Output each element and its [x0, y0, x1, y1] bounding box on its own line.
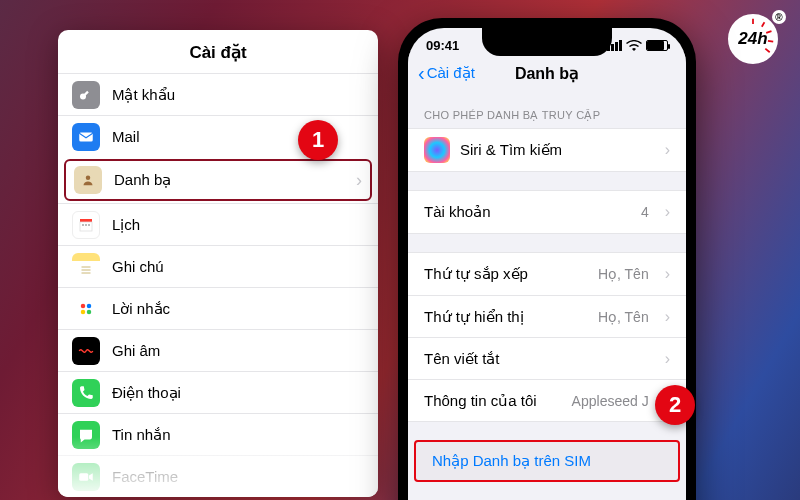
- row-label: Ghi chú: [112, 258, 164, 275]
- key-icon: [72, 81, 100, 109]
- cell-label: Nhập Danh bạ trên SIM: [432, 452, 591, 470]
- settings-row-facetime[interactable]: FaceTime: [58, 455, 378, 497]
- cell-accounts[interactable]: Tài khoản 4 ›: [408, 191, 686, 233]
- cell-display-order[interactable]: Thứ tự hiển thị Họ, Tên ›: [408, 295, 686, 337]
- cell-value: Họ, Tên: [598, 309, 649, 325]
- row-label: Ghi âm: [112, 342, 160, 359]
- step-marker-2: 2: [655, 385, 695, 425]
- svg-point-18: [87, 303, 92, 308]
- chevron-left-icon: ‹: [418, 62, 425, 85]
- cell-label: Thứ tự hiển thị: [424, 308, 524, 326]
- row-label: Lịch: [112, 216, 140, 234]
- chevron-right-icon: ›: [665, 141, 670, 159]
- notch: [482, 28, 612, 56]
- row-label: Mật khẩu: [112, 86, 175, 104]
- cell-label: Tên viết tắt: [424, 350, 500, 368]
- settings-row-passwords[interactable]: Mật khẩu: [58, 73, 378, 115]
- svg-point-20: [87, 309, 92, 314]
- cell-value: Appleseed J: [572, 393, 649, 409]
- cell-value: 4: [641, 204, 649, 220]
- row-label: Điện thoại: [112, 384, 181, 402]
- settings-row-messages[interactable]: Tin nhắn: [58, 413, 378, 455]
- cell-label: Thông tin của tôi: [424, 392, 537, 410]
- svg-rect-13: [88, 224, 90, 226]
- cell-my-info[interactable]: Thông tin của tôi Appleseed J ›: [408, 379, 686, 421]
- chevron-right-icon: ›: [665, 203, 670, 221]
- chevron-right-icon: ›: [665, 265, 670, 283]
- cell-label: Siri & Tìm kiếm: [460, 141, 562, 159]
- cell-label: Thứ tự sắp xếp: [424, 265, 528, 283]
- row-label: Lời nhắc: [112, 300, 170, 318]
- contacts-icon: [74, 166, 102, 194]
- svg-point-8: [86, 176, 91, 181]
- siri-icon: [424, 137, 450, 163]
- row-label: FaceTime: [112, 468, 178, 485]
- iphone-screen: 09:41 ‹ Cài đặt Danh bạ CHO PHÉP DANH BẠ…: [408, 28, 686, 500]
- settings-row-notes[interactable]: Ghi chú: [58, 245, 378, 287]
- svg-rect-12: [85, 224, 87, 226]
- svg-point-19: [81, 309, 86, 314]
- svg-line-2: [766, 31, 771, 33]
- row-label: Tin nhắn: [112, 426, 170, 444]
- cell-value: Họ, Tên: [598, 266, 649, 282]
- settings-row-voice[interactable]: Ghi âm: [58, 329, 378, 371]
- chevron-right-icon: ›: [665, 308, 670, 326]
- nav-title: Danh bạ: [515, 64, 579, 83]
- svg-line-1: [762, 22, 765, 26]
- svg-rect-9: [80, 219, 92, 222]
- brand-logo: 24h ®: [728, 14, 782, 68]
- nav-back-label: Cài đặt: [427, 64, 475, 82]
- phone-icon: [72, 379, 100, 407]
- row-label: Mail: [112, 128, 140, 145]
- nav-bar: ‹ Cài đặt Danh bạ: [408, 53, 686, 93]
- cell-siri-search[interactable]: Siri & Tìm kiếm ›: [408, 129, 686, 171]
- row-label: Danh bạ: [114, 171, 171, 189]
- svg-rect-11: [82, 224, 84, 226]
- svg-rect-10: [80, 222, 92, 231]
- cell-import-sim-contacts[interactable]: Nhập Danh bạ trên SIM: [414, 440, 680, 482]
- registered-mark: ®: [772, 10, 786, 24]
- settings-row-calendar[interactable]: Lịch: [58, 203, 378, 245]
- settings-title: Cài đặt: [58, 30, 378, 73]
- svg-line-4: [765, 49, 769, 53]
- cell-short-name[interactable]: Tên viết tắt ›: [408, 337, 686, 379]
- reminders-icon: [72, 295, 100, 323]
- status-time: 09:41: [426, 38, 459, 53]
- iphone-frame: 09:41 ‹ Cài đặt Danh bạ CHO PHÉP DANH BẠ…: [398, 18, 696, 500]
- messages-icon: [72, 421, 100, 449]
- settings-row-phone[interactable]: Điện thoại: [58, 371, 378, 413]
- wifi-icon: [626, 40, 642, 52]
- section-header: CHO PHÉP DANH BẠ TRUY CẬP: [408, 93, 686, 128]
- chevron-right-icon: ›: [665, 350, 670, 368]
- settings-row-contacts[interactable]: Danh bạ ›: [64, 159, 372, 201]
- nav-back-button[interactable]: ‹ Cài đặt: [418, 62, 475, 85]
- svg-point-17: [81, 303, 86, 308]
- settings-row-reminders[interactable]: Lời nhắc: [58, 287, 378, 329]
- battery-icon: [646, 40, 668, 51]
- cell-label: Tài khoản: [424, 203, 491, 221]
- cell-sort-order[interactable]: Thứ tự sắp xếp Họ, Tên ›: [408, 253, 686, 295]
- voice-memo-icon: [72, 337, 100, 365]
- facetime-icon: [72, 463, 100, 491]
- svg-rect-21: [79, 473, 88, 481]
- svg-line-3: [768, 41, 773, 42]
- step-marker-1: 1: [298, 120, 338, 160]
- notes-icon: [72, 253, 100, 281]
- svg-rect-7: [79, 132, 93, 141]
- mail-icon: [72, 123, 100, 151]
- settings-list-card: Cài đặt Mật khẩu Mail Danh bạ › Lịch Ghi…: [58, 30, 378, 497]
- chevron-right-icon: ›: [356, 170, 362, 191]
- calendar-icon: [72, 211, 100, 239]
